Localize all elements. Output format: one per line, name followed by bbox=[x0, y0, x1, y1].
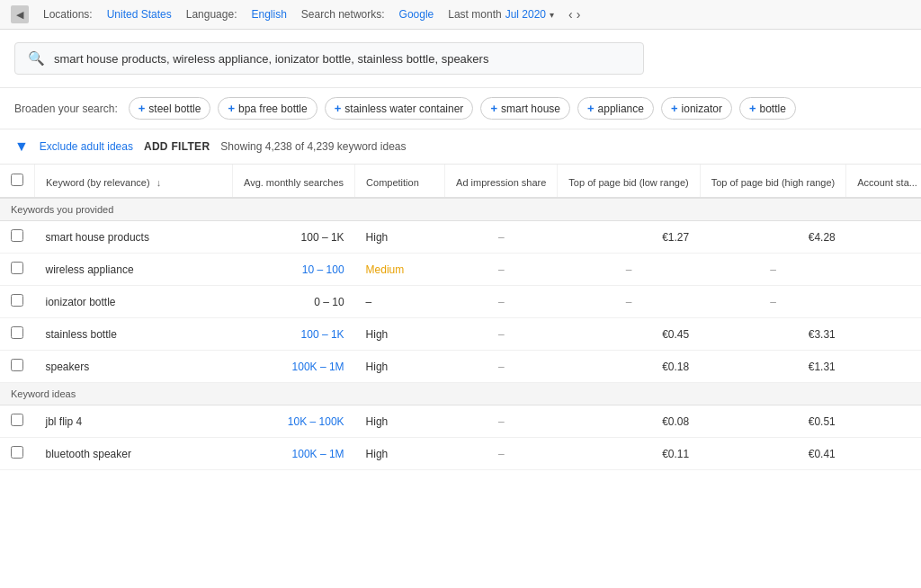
keyword-cell: ionizator bottle bbox=[35, 286, 233, 318]
competition-cell: Medium bbox=[355, 254, 445, 286]
row-checkbox-cell bbox=[0, 221, 35, 254]
avg-monthly-cell: 100K – 1M bbox=[233, 351, 355, 383]
top-bid-high-cell: €0.41 bbox=[700, 438, 846, 470]
plus-icon: + bbox=[749, 102, 756, 115]
row-checkbox-cell bbox=[0, 351, 35, 383]
broaden-row: Broaden your search: +steel bottle+bpa f… bbox=[0, 88, 921, 129]
location-label: Locations: bbox=[43, 8, 93, 21]
top-bid-high-cell: €3.31 bbox=[700, 318, 846, 351]
account-status-cell bbox=[846, 351, 921, 383]
next-arrow[interactable]: › bbox=[577, 7, 581, 22]
table-row: speakers100K – 1MHigh–€0.18€1.31 bbox=[0, 351, 921, 383]
search-bar: 🔍 bbox=[14, 42, 644, 75]
search-bar-container: 🔍 bbox=[0, 30, 921, 88]
avg-monthly-cell: 100 – 1K bbox=[233, 221, 355, 254]
competition-cell: High bbox=[355, 405, 445, 438]
competition-cell: High bbox=[355, 351, 445, 383]
last-month-label: Last month bbox=[448, 8, 501, 21]
avg-monthly-cell: 100K – 1M bbox=[233, 438, 355, 470]
broaden-chip[interactable]: +bottle bbox=[739, 97, 796, 120]
keyword-col-header[interactable]: Keyword (by relevance) ↓ bbox=[35, 165, 233, 198]
plus-icon: + bbox=[671, 102, 678, 115]
lang-value: English bbox=[251, 8, 286, 21]
table-row: wireless appliance10 – 100Medium––– bbox=[0, 254, 921, 286]
table-row: ionizator bottle0 – 10–––– bbox=[0, 286, 921, 318]
row-checkbox[interactable] bbox=[11, 359, 23, 371]
row-checkbox[interactable] bbox=[11, 294, 23, 307]
broaden-chip[interactable]: +ionizator bbox=[661, 97, 732, 120]
keywords-table: Keyword (by relevance) ↓ Avg. monthly se… bbox=[0, 165, 921, 470]
top-bid-high-cell: €0.51 bbox=[700, 405, 846, 438]
top-bid-low-cell: – bbox=[558, 286, 700, 318]
ad-impression-cell: – bbox=[445, 351, 558, 383]
network-value: Google bbox=[399, 8, 434, 21]
header-checkbox[interactable] bbox=[11, 174, 23, 186]
row-checkbox-cell bbox=[0, 438, 35, 470]
add-filter-button[interactable]: ADD FILTER bbox=[144, 140, 210, 153]
keyword-cell: speakers bbox=[35, 351, 233, 383]
avg-monthly-cell: 10 – 100 bbox=[233, 254, 355, 286]
competition-cell: – bbox=[355, 286, 445, 318]
keyword-cell: wireless appliance bbox=[35, 254, 233, 286]
date-value: Jul 2020 bbox=[505, 8, 546, 21]
nav-arrows: ‹ › bbox=[568, 7, 580, 22]
broaden-chip[interactable]: +appliance bbox=[577, 97, 654, 120]
broaden-chip[interactable]: +smart house bbox=[480, 97, 570, 120]
top-bid-low-cell: – bbox=[558, 254, 700, 286]
date-selector[interactable]: Last month Jul 2020 ▾ bbox=[448, 8, 554, 21]
table-row: bluetooth speaker100K – 1MHigh–€0.11€0.4… bbox=[0, 438, 921, 470]
account-status-cell bbox=[846, 318, 921, 351]
top-bar: ◀ Locations: United States Language: Eng… bbox=[0, 0, 921, 30]
plus-icon: + bbox=[490, 102, 497, 115]
top-bid-high-cell: €4.28 bbox=[700, 221, 846, 254]
avg-monthly-cell: 10K – 100K bbox=[233, 405, 355, 438]
exclude-adult-link[interactable]: Exclude adult ideas bbox=[40, 140, 133, 153]
account-status-cell bbox=[846, 221, 921, 254]
header-checkbox-cell bbox=[0, 165, 35, 198]
ad-impression-cell: – bbox=[445, 438, 558, 470]
row-checkbox[interactable] bbox=[11, 414, 23, 426]
row-checkbox[interactable] bbox=[11, 229, 23, 242]
row-checkbox[interactable] bbox=[11, 446, 23, 459]
ad-impression-cell: – bbox=[445, 318, 558, 351]
top-bid-low-cell: €0.45 bbox=[558, 318, 700, 351]
account-status-cell bbox=[846, 286, 921, 318]
row-checkbox-cell bbox=[0, 405, 35, 438]
ad-impression-cell: – bbox=[445, 254, 558, 286]
account-status-cell bbox=[846, 438, 921, 470]
ad-impression-col-header: Ad impression share bbox=[445, 165, 558, 198]
filter-row: ▼ Exclude adult ideas ADD FILTER Showing… bbox=[0, 129, 921, 165]
plus-icon: + bbox=[335, 102, 342, 115]
ad-impression-cell: – bbox=[445, 286, 558, 318]
search-icon: 🔍 bbox=[28, 50, 45, 67]
plus-icon: + bbox=[139, 102, 146, 115]
section-header-row: Keyword ideas bbox=[0, 383, 921, 405]
row-checkbox-cell bbox=[0, 318, 35, 351]
row-checkbox[interactable] bbox=[11, 262, 23, 274]
table-row: stainless bottle100 – 1KHigh–€0.45€3.31 bbox=[0, 318, 921, 351]
broaden-chip[interactable]: +bpa free bottle bbox=[218, 97, 317, 120]
table-container: Keyword (by relevance) ↓ Avg. monthly se… bbox=[0, 165, 921, 470]
prev-arrow[interactable]: ‹ bbox=[568, 7, 573, 22]
table-row: smart house products100 – 1KHigh–€1.27€4… bbox=[0, 221, 921, 254]
top-bid-high-cell: – bbox=[700, 254, 846, 286]
plus-icon: + bbox=[228, 102, 235, 115]
account-status-col-header: Account sta... bbox=[846, 165, 921, 198]
top-bid-high-col-header: Top of page bid (high range) bbox=[700, 165, 846, 198]
keyword-cell: jbl flip 4 bbox=[35, 405, 233, 438]
search-input[interactable] bbox=[54, 52, 630, 66]
broaden-label: Broaden your search: bbox=[14, 102, 118, 115]
broaden-chip[interactable]: +steel bottle bbox=[129, 97, 211, 120]
row-checkbox-cell bbox=[0, 286, 35, 318]
showing-text: Showing 4,238 of 4,239 keyword ideas bbox=[220, 140, 406, 153]
broaden-chip[interactable]: +stainless water container bbox=[325, 97, 474, 120]
keyword-cell: smart house products bbox=[35, 221, 233, 254]
back-arrow[interactable]: ◀ bbox=[11, 5, 29, 23]
top-bid-low-cell: €0.08 bbox=[558, 405, 700, 438]
section-label: Keyword ideas bbox=[0, 383, 921, 405]
account-status-cell bbox=[846, 405, 921, 438]
account-status-cell bbox=[846, 254, 921, 286]
row-checkbox[interactable] bbox=[11, 326, 23, 339]
network-label: Search networks: bbox=[301, 8, 385, 21]
location-value: United States bbox=[107, 8, 172, 21]
